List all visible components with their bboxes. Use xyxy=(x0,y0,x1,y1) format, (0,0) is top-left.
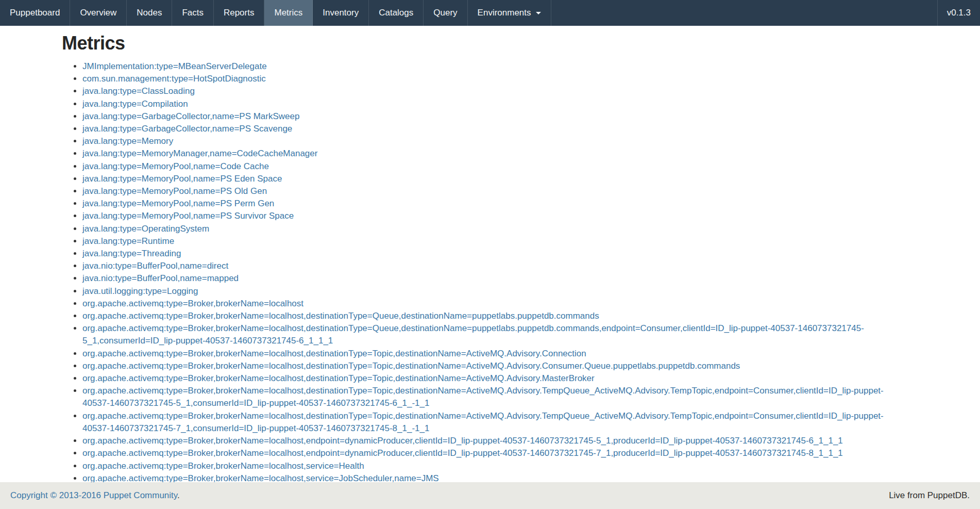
metric-list-item: java.nio:type=BufferPool,name=direct xyxy=(82,260,891,272)
nav-item-catalogs[interactable]: Catalogs xyxy=(369,0,424,26)
metric-list-item: java.lang:type=Compilation xyxy=(82,98,891,110)
nav-item-label: Reports xyxy=(224,8,255,18)
metric-link[interactable]: org.apache.activemq:type=Broker,brokerNa… xyxy=(82,323,864,346)
navbar-spacer xyxy=(551,0,937,26)
metric-link[interactable]: java.lang:type=MemoryManager,name=CodeCa… xyxy=(82,149,317,158)
metric-link[interactable]: java.lang:type=Threading xyxy=(82,249,181,258)
nav-item-label: Environments xyxy=(478,8,531,18)
metric-link[interactable]: java.util.logging:type=Logging xyxy=(82,286,198,296)
nav-item-label: Nodes xyxy=(137,8,162,18)
metric-list-item: java.lang:type=Memory xyxy=(82,135,891,147)
metric-link[interactable]: java.lang:type=GarbageCollector,name=PS … xyxy=(82,111,299,121)
metric-link[interactable]: java.lang:type=ClassLoading xyxy=(82,86,195,96)
metric-list-item: org.apache.activemq:type=Broker,brokerNa… xyxy=(82,298,891,310)
metric-link[interactable]: org.apache.activemq:type=Broker,brokerNa… xyxy=(82,448,843,458)
metric-list-item: java.lang:type=GarbageCollector,name=PS … xyxy=(82,110,891,123)
nav-item-label: Overview xyxy=(80,8,116,18)
metric-list-item: java.lang:type=ClassLoading xyxy=(82,85,891,97)
metric-list-item: java.nio:type=BufferPool,name=mapped xyxy=(82,272,891,285)
top-navbar: Puppetboard OverviewNodesFactsReportsMet… xyxy=(0,0,980,26)
metric-list-item: org.apache.activemq:type=Broker,brokerNa… xyxy=(82,310,891,322)
metric-link[interactable]: org.apache.activemq:type=Broker,brokerNa… xyxy=(82,473,439,483)
nav-item-reports[interactable]: Reports xyxy=(214,0,265,26)
metric-list-item: java.lang:type=GarbageCollector,name=PS … xyxy=(82,123,891,135)
metric-list-item: com.sun.management:type=HotSpotDiagnosti… xyxy=(82,73,891,85)
nav-item-facts[interactable]: Facts xyxy=(172,0,214,26)
metric-link[interactable]: java.lang:type=MemoryPool,name=Code Cach… xyxy=(82,161,269,171)
metric-link[interactable]: java.lang:type=Memory xyxy=(82,136,173,146)
metric-list-item: org.apache.activemq:type=Broker,brokerNa… xyxy=(82,435,891,447)
version-label: v0.1.3 xyxy=(937,0,980,26)
metric-list-item: org.apache.activemq:type=Broker,brokerNa… xyxy=(82,348,891,360)
copyright-text: Copyright © 2013-2016 Puppet Community. xyxy=(10,490,180,501)
metric-link[interactable]: org.apache.activemq:type=Broker,brokerNa… xyxy=(82,349,586,358)
caret-down-icon xyxy=(536,12,541,14)
main-content: Metrics JMImplementation:type=MBeanServe… xyxy=(0,26,980,509)
metric-list-item: java.lang:type=MemoryManager,name=CodeCa… xyxy=(82,147,891,160)
metric-link[interactable]: java.lang:type=MemoryPool,name=PS Surviv… xyxy=(82,211,294,221)
nav-item-label: Metrics xyxy=(274,8,302,18)
metric-list-item: java.lang:type=Threading xyxy=(82,248,891,260)
metric-link[interactable]: org.apache.activemq:type=Broker,brokerNa… xyxy=(82,461,364,471)
metric-list-item: java.lang:type=MemoryPool,name=PS Surviv… xyxy=(82,210,891,222)
page-footer: Copyright © 2013-2016 Puppet Community. … xyxy=(0,482,980,509)
nav-item-label: Query xyxy=(433,8,457,18)
metric-list-item: org.apache.activemq:type=Broker,brokerNa… xyxy=(82,360,891,372)
metric-link[interactable]: org.apache.activemq:type=Broker,brokerNa… xyxy=(82,411,884,433)
metric-link[interactable]: com.sun.management:type=HotSpotDiagnosti… xyxy=(82,74,266,84)
metric-list-item: org.apache.activemq:type=Broker,brokerNa… xyxy=(82,322,891,347)
metric-link[interactable]: org.apache.activemq:type=Broker,brokerNa… xyxy=(82,373,595,383)
metric-link[interactable]: org.apache.activemq:type=Broker,brokerNa… xyxy=(82,386,884,408)
nav-item-label: Facts xyxy=(182,8,204,18)
metric-link[interactable]: java.lang:type=MemoryPool,name=PS Eden S… xyxy=(82,174,282,184)
metrics-list: JMImplementation:type=MBeanServerDelegat… xyxy=(62,60,891,485)
metric-list-item: org.apache.activemq:type=Broker,brokerNa… xyxy=(82,372,891,385)
metric-link[interactable]: java.lang:type=MemoryPool,name=PS Perm G… xyxy=(82,199,274,208)
metric-link[interactable]: java.nio:type=BufferPool,name=mapped xyxy=(82,273,239,283)
nav-item-environments[interactable]: Environments xyxy=(468,0,551,26)
metric-link[interactable]: org.apache.activemq:type=Broker,brokerNa… xyxy=(82,361,740,371)
metric-list-item: java.lang:type=MemoryPool,name=PS Old Ge… xyxy=(82,185,891,198)
metric-list-item: JMImplementation:type=MBeanServerDelegat… xyxy=(82,60,891,73)
nav-item-label: Catalogs xyxy=(379,8,413,18)
nav-item-overview[interactable]: Overview xyxy=(70,0,127,26)
metric-list-item: java.lang:type=Runtime xyxy=(82,235,891,248)
metric-link[interactable]: org.apache.activemq:type=Broker,brokerNa… xyxy=(82,436,843,446)
nav-item-inventory[interactable]: Inventory xyxy=(313,0,369,26)
metric-list-item: java.lang:type=OperatingSystem xyxy=(82,223,891,235)
metric-link[interactable]: java.lang:type=MemoryPool,name=PS Old Ge… xyxy=(82,186,267,196)
metric-list-item: org.apache.activemq:type=Broker,brokerNa… xyxy=(82,447,891,459)
metric-list-item: java.lang:type=MemoryPool,name=PS Eden S… xyxy=(82,173,891,185)
metric-link[interactable]: java.lang:type=Compilation xyxy=(82,99,188,109)
page-title: Metrics xyxy=(62,33,980,54)
metric-link[interactable]: java.lang:type=OperatingSystem xyxy=(82,224,209,234)
brand-link[interactable]: Puppetboard xyxy=(0,0,70,26)
metric-link[interactable]: JMImplementation:type=MBeanServerDelegat… xyxy=(82,61,267,71)
metric-link[interactable]: java.nio:type=BufferPool,name=direct xyxy=(82,261,228,271)
nav-item-label: Inventory xyxy=(323,8,359,18)
metric-link[interactable]: org.apache.activemq:type=Broker,brokerNa… xyxy=(82,311,599,321)
copyright-suffix: . xyxy=(177,490,180,500)
metric-link[interactable]: java.lang:type=GarbageCollector,name=PS … xyxy=(82,124,292,134)
metric-list-item: org.apache.activemq:type=Broker,brokerNa… xyxy=(82,410,891,435)
copyright-link[interactable]: Copyright © 2013-2016 Puppet Community xyxy=(10,490,177,500)
metric-list-item: org.apache.activemq:type=Broker,brokerNa… xyxy=(82,385,891,409)
metric-link[interactable]: org.apache.activemq:type=Broker,brokerNa… xyxy=(82,299,303,308)
metric-list-item: org.apache.activemq:type=Broker,brokerNa… xyxy=(82,460,891,472)
metric-list-item: java.util.logging:type=Logging xyxy=(82,285,891,298)
puppetdb-status-text: Live from PuppetDB. xyxy=(889,490,970,501)
nav-item-query[interactable]: Query xyxy=(424,0,467,26)
navbar-items: OverviewNodesFactsReportsMetricsInventor… xyxy=(70,0,551,26)
metric-link[interactable]: java.lang:type=Runtime xyxy=(82,236,174,246)
nav-item-nodes[interactable]: Nodes xyxy=(127,0,172,26)
nav-item-metrics[interactable]: Metrics xyxy=(264,0,313,26)
metric-list-item: java.lang:type=MemoryPool,name=Code Cach… xyxy=(82,160,891,173)
metric-list-item: java.lang:type=MemoryPool,name=PS Perm G… xyxy=(82,198,891,210)
